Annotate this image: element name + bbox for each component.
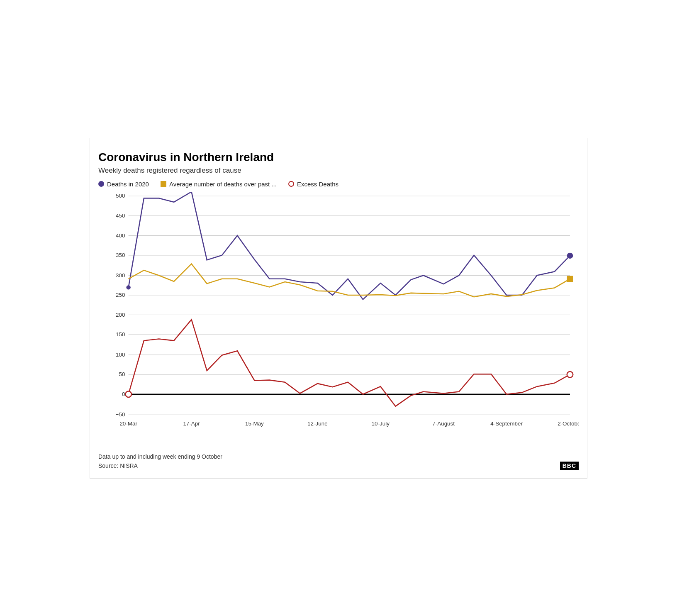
x-label-oct: 2-October: [558, 420, 579, 427]
chart-svg: 500 450 400 350 300 250 200 150 100 50 0…: [98, 192, 579, 449]
legend-item-deaths2020: Deaths in 2020: [98, 181, 149, 188]
endpoint-excess: [567, 371, 573, 377]
x-label-apr: 17-Apr: [183, 420, 200, 427]
y-label-100: 100: [116, 351, 125, 357]
y-label-neg50: −50: [116, 411, 125, 418]
y-label-400: 400: [116, 232, 125, 238]
x-label-may: 15-May: [245, 420, 264, 427]
y-label-200: 200: [116, 311, 125, 318]
line-deaths2020: [129, 192, 570, 299]
legend-label-average: Average number of deaths over past ...: [169, 181, 277, 188]
bbc-logo: BBC: [560, 462, 579, 470]
legend-label-deaths2020: Deaths in 2020: [107, 181, 149, 188]
chart-container: Coronavirus in Northern Ireland Weekly d…: [90, 138, 587, 479]
x-label-sep: 4-September: [490, 420, 523, 427]
y-label-300: 300: [116, 272, 125, 278]
source-text: Source: NISRA: [98, 462, 138, 469]
endpoint-average: [567, 276, 573, 281]
y-label-450: 450: [116, 213, 125, 219]
legend-circle-excess: [288, 181, 294, 187]
footer-source-row: Source: NISRA BBC: [98, 462, 579, 470]
y-label-350: 350: [116, 252, 125, 258]
x-label-aug: 7-August: [432, 420, 455, 427]
y-label-250: 250: [116, 292, 125, 298]
legend-square-average: [161, 181, 166, 187]
y-label-50: 50: [119, 371, 125, 377]
startpoint-deaths2020: [127, 285, 131, 289]
y-label-500: 500: [116, 193, 125, 199]
x-label-jul: 10-July: [372, 420, 390, 427]
footer: Data up to and including week ending 9 O…: [98, 453, 579, 470]
legend-circle-deaths2020: [98, 181, 104, 187]
startpoint-excess: [125, 391, 131, 397]
y-label-150: 150: [116, 331, 125, 337]
chart-subtitle: Weekly deaths registered regardless of c…: [98, 166, 579, 175]
legend-label-excess: Excess Deaths: [297, 181, 338, 188]
chart-title: Coronavirus in Northern Ireland: [98, 151, 579, 164]
x-label-jun: 12-June: [307, 420, 328, 427]
endpoint-deaths2020: [567, 252, 573, 258]
chart-area: 500 450 400 350 300 250 200 150 100 50 0…: [98, 192, 579, 449]
footer-note: Data up to and including week ending 9 O…: [98, 453, 579, 460]
x-label-mar: 20-Mar: [119, 420, 137, 427]
legend-item-average: Average number of deaths over past ...: [161, 181, 277, 188]
line-excess: [129, 319, 570, 406]
legend-item-excess: Excess Deaths: [288, 181, 338, 188]
y-label-0: 0: [122, 391, 125, 397]
legend: Deaths in 2020 Average number of deaths …: [98, 181, 579, 188]
